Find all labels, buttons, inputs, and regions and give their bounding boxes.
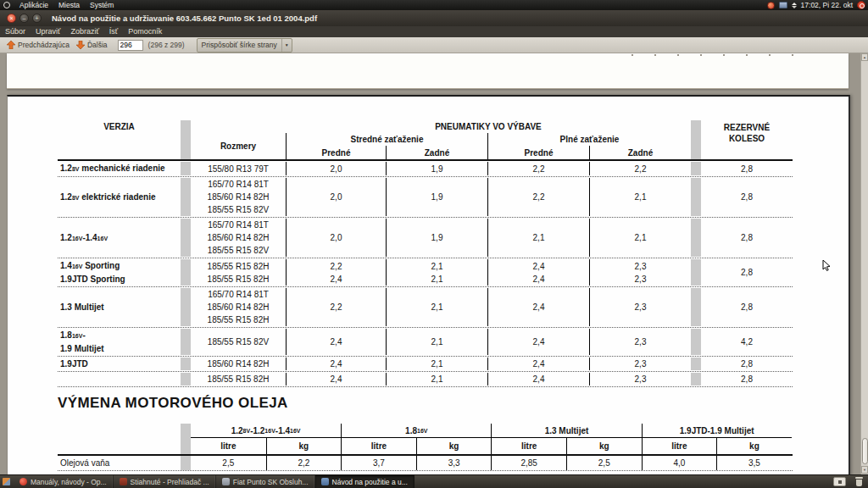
desktop-screen: AplikácieMiestaSystém 17:02, Pi 22. okt …: [0, 0, 868, 488]
unit-litre-header: litre: [191, 437, 266, 454]
maximize-icon[interactable]: +: [32, 14, 42, 23]
previous-page-bottom: [7, 53, 849, 89]
unit-litre-header: litre: [491, 437, 566, 454]
menu-upravit[interactable]: Upraviť: [31, 26, 65, 37]
taskbar-item[interactable]: Manuály, návody - Op...: [14, 475, 114, 488]
front-header: Predné: [286, 146, 386, 159]
pressure-cell: 2,1: [589, 219, 691, 257]
top-menu-system[interactable]: Systém: [85, 0, 119, 10]
sizes-cell: 185/60 R14 82H: [191, 358, 286, 370]
spare-wheel-cell: 2,8: [701, 373, 793, 385]
scroll-down-icon[interactable]: ▼: [861, 466, 868, 474]
previous-page-button[interactable]: Predchádzajúca: [7, 41, 70, 49]
downloads-icon: [120, 478, 127, 485]
tire-pressure-table: VERZIA PNEUMATIKY VO VÝBAVE REZERVNÉ KOL…: [58, 120, 793, 387]
pressure-cell: 2,3: [589, 373, 691, 385]
version-cell: [58, 373, 181, 385]
separator-band: [691, 178, 701, 216]
menu-zobrazit[interactable]: Zobraziť: [65, 26, 103, 37]
separator-band: [181, 329, 191, 355]
pressure-cell: 2,4: [286, 358, 386, 370]
tire-table-row: 1.9JTD185/60 R14 82H2,42,12,42,32,8: [58, 357, 793, 372]
show-desktop-icon[interactable]: [3, 478, 10, 485]
pressure-cell: 2,2: [286, 288, 386, 326]
taskbar-item[interactable]: Stiahnuté - Prehliadač ...: [114, 475, 216, 488]
taskbar-item[interactable]: Návod na použitie a u...: [315, 475, 415, 488]
up-arrow-icon: [7, 41, 15, 49]
tire-table-row: 1.3 Multijet165/70 R14 81T185/60 R14 82H…: [58, 287, 793, 328]
front-header: Predné: [487, 146, 589, 159]
page-count-label: (296 z 299): [148, 41, 185, 49]
oil-value-cell: 2,2: [266, 456, 342, 470]
separator-band: [181, 219, 191, 257]
window-titlebar[interactable]: × – + Návod na použitie a udržiavanie 60…: [0, 10, 868, 26]
distro-logo-icon[interactable]: [3, 2, 10, 8]
pressure-cell: 2,2: [487, 178, 589, 216]
pressure-cell: 2,0: [286, 162, 386, 175]
tire-table-row: 1.28V mechanické riadenie155/80 R13 79T2…: [58, 161, 793, 177]
oil-group-header: 1.28V-1.216V-1.416V: [191, 424, 341, 437]
taskbar-item[interactable]: Fiat Punto SK Obsluh...: [216, 475, 315, 488]
spare-wheel-cell: 4,2: [701, 329, 793, 355]
separator-band: [691, 219, 701, 257]
separator-band: [181, 373, 191, 385]
tire-table-row: 1.28V elektrické riadenie165/70 R14 81T1…: [58, 177, 793, 218]
pressure-cell: 1,9: [386, 219, 487, 257]
next-page-button[interactable]: Ďalšia: [76, 41, 108, 49]
separator-band: [181, 162, 191, 175]
pressure-cell: 2,4: [286, 373, 386, 385]
unit-kg-header: kg: [566, 437, 642, 454]
scroll-up-icon[interactable]: ▲: [861, 53, 868, 61]
vertical-scrollbar[interactable]: ▲ ▼: [860, 53, 868, 474]
version-cell: 1.3 Multijet: [58, 288, 181, 326]
trash-icon[interactable]: [854, 477, 863, 487]
window-title: Návod na použitie a udržiavanie 603.45.6…: [52, 14, 317, 23]
oil-table-row: Olejová vaňa2,52,23,73,32,852,54,03,5: [58, 454, 793, 471]
unit-litre-header: litre: [642, 437, 717, 454]
network-icon[interactable]: [779, 2, 787, 8]
tire-table-title: PNEUMATIKY VO VÝBAVE: [286, 120, 691, 133]
spare-wheel-cell: 2,8: [701, 358, 793, 370]
version-cell: 1.28V elektrické riadenie: [58, 178, 181, 216]
rear-header: Zadné: [386, 146, 487, 159]
pressure-cell: 2,0: [286, 219, 386, 257]
oil-table: 1.28V-1.216V-1.416V1.816V1.3 Multijet1.9…: [58, 424, 793, 471]
taskbar-right: [833, 477, 868, 487]
previous-page-label: Predchádzajúca: [18, 41, 70, 49]
top-menu-miesta[interactable]: Miesta: [53, 0, 85, 10]
scrollbar-thumb[interactable]: [862, 438, 868, 464]
sizes-cell: 185/55 R15 82V: [191, 329, 286, 355]
unit-kg-header: kg: [716, 437, 792, 454]
pdf-page: VERZIA PNEUMATIKY VO VÝBAVE REZERVNÉ KOL…: [7, 95, 850, 474]
taskbar-item-label: Stiahnuté - Prehliadač ...: [131, 478, 209, 486]
taskbar-item-label: Návod na použitie a u...: [332, 478, 408, 486]
tire-table-row: 1.416V Sporting1.9JTD Sporting185/55 R15…: [58, 258, 793, 287]
menu-subor[interactable]: Súbor: [0, 26, 31, 37]
page-number-input[interactable]: [118, 40, 143, 51]
taskbar-item-label: Manuály, návody - Op...: [31, 478, 107, 486]
oil-label-spacer: [58, 424, 181, 437]
top-menu-aplikacie[interactable]: Aplikácie: [14, 0, 53, 10]
menu-pomocnik[interactable]: Pomocník: [123, 26, 167, 37]
pressure-cell: 2,1: [386, 373, 487, 385]
pressure-cell: 2,3: [589, 329, 691, 355]
menu-ist[interactable]: Ísť: [104, 26, 123, 37]
close-icon[interactable]: ×: [7, 14, 16, 23]
zoom-mode-select[interactable]: Prispôsobiť šírke strany ▼: [197, 38, 292, 53]
version-cell: 1.816V-1.9 Multijet: [58, 329, 181, 355]
unit-kg-header: kg: [266, 437, 342, 454]
tire-table-row: 1.816V-1.9 Multijet185/55 R15 82V2,42,12…: [58, 328, 793, 357]
down-arrow-icon: [76, 41, 85, 49]
pdf-document-icon: [321, 478, 329, 485]
spare-wheel-cell: 2,8: [701, 288, 793, 326]
minimize-icon[interactable]: –: [19, 14, 29, 23]
pressure-cell: 2,2: [487, 162, 589, 175]
update-notifier-icon[interactable]: [767, 2, 775, 9]
traffic-arrows-icon[interactable]: [792, 3, 797, 8]
oil-table-groups-row: 1.28V-1.216V-1.416V1.816V1.3 Multijet1.9…: [58, 424, 793, 437]
sizes-cell: 185/55 R15 82H185/55 R15 82H: [191, 259, 286, 286]
unit-litre-header: litre: [341, 437, 416, 454]
clock[interactable]: 17:02, Pi 22. okt: [801, 1, 853, 9]
power-icon[interactable]: [857, 1, 865, 9]
workspace-switcher[interactable]: [833, 477, 846, 486]
